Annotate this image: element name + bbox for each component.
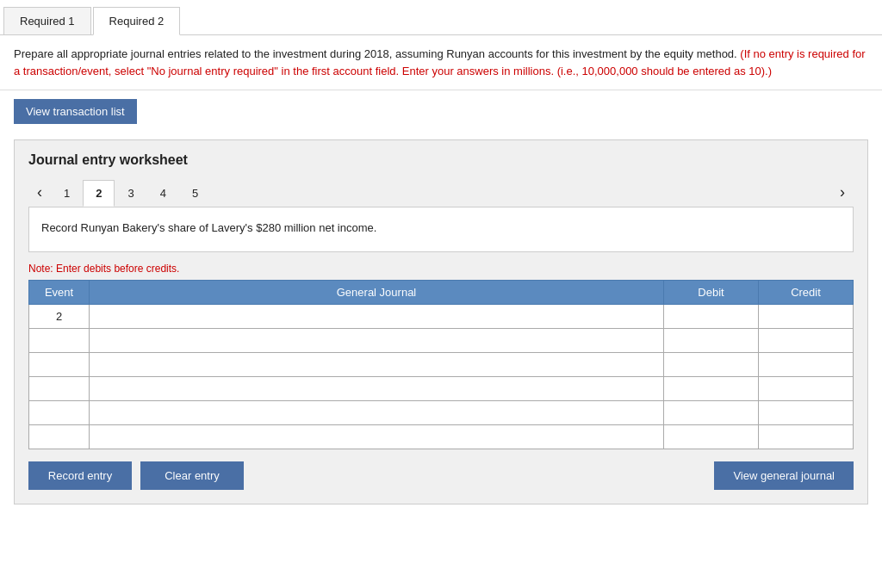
event-cell-4 <box>29 377 90 401</box>
view-transaction-button[interactable]: View transaction list <box>14 99 137 124</box>
event-cell-2 <box>29 329 90 353</box>
worksheet-container: Journal entry worksheet ‹ 1 2 3 4 5 › Re… <box>14 139 868 504</box>
tab-required2[interactable]: Required 2 <box>93 7 181 35</box>
journal-cell-5[interactable] <box>90 401 664 425</box>
event-cell-3 <box>29 353 90 377</box>
clear-entry-button[interactable]: Clear entry <box>140 461 244 490</box>
credit-cell-1[interactable] <box>759 305 854 329</box>
description-text: Record Runyan Bakery's share of Lavery's… <box>41 221 376 234</box>
journal-cell-2[interactable] <box>90 329 664 353</box>
journal-cell-3[interactable] <box>90 353 664 377</box>
table-row <box>29 353 854 377</box>
journal-input-3[interactable] <box>90 353 663 376</box>
entry-nav: ‹ 1 2 3 4 5 › <box>28 178 854 207</box>
credit-input-3[interactable] <box>759 353 853 376</box>
nav-item-3[interactable]: 3 <box>115 180 146 206</box>
table-row <box>29 401 854 425</box>
table-row <box>29 377 854 401</box>
instruction-main: Prepare all appropriate journal entries … <box>14 47 737 60</box>
debit-input-2[interactable] <box>664 329 758 352</box>
credit-cell-4[interactable] <box>759 377 854 401</box>
nav-prev-arrow[interactable]: ‹ <box>28 178 51 207</box>
note-text: Note: Enter debits before credits. <box>28 263 854 275</box>
table-row <box>29 425 854 449</box>
table-row: 2 <box>29 305 854 329</box>
nav-item-2[interactable]: 2 <box>83 180 115 207</box>
debit-input-1[interactable] <box>664 305 758 328</box>
journal-input-6[interactable] <box>90 425 663 449</box>
event-cell-5 <box>29 401 90 425</box>
worksheet-title: Journal entry worksheet <box>28 152 854 168</box>
debit-input-5[interactable] <box>664 401 758 424</box>
table-row <box>29 329 854 353</box>
col-header-debit: Debit <box>664 281 759 305</box>
debit-cell-3[interactable] <box>664 353 759 377</box>
journal-input-2[interactable] <box>90 329 663 352</box>
journal-cell-6[interactable] <box>90 425 664 449</box>
debit-cell-5[interactable] <box>664 401 759 425</box>
bottom-buttons: Record entry Clear entry View general jo… <box>28 461 854 490</box>
journal-input-1[interactable] <box>90 305 663 328</box>
description-box: Record Runyan Bakery's share of Lavery's… <box>28 207 854 252</box>
credit-input-6[interactable] <box>759 425 853 449</box>
journal-table: Event General Journal Debit Credit 2 <box>28 280 854 449</box>
col-header-event: Event <box>29 281 90 305</box>
debit-input-3[interactable] <box>664 353 758 376</box>
nav-item-5[interactable]: 5 <box>179 180 211 206</box>
credit-input-1[interactable] <box>759 305 853 328</box>
view-general-journal-button[interactable]: View general journal <box>714 461 854 490</box>
journal-input-5[interactable] <box>90 401 663 424</box>
debit-cell-1[interactable] <box>664 305 759 329</box>
journal-input-4[interactable] <box>90 377 663 400</box>
credit-input-2[interactable] <box>759 329 853 352</box>
nav-item-4[interactable]: 4 <box>147 180 179 206</box>
debit-cell-6[interactable] <box>664 425 759 449</box>
col-header-journal: General Journal <box>90 281 664 305</box>
journal-cell-4[interactable] <box>90 377 664 401</box>
credit-input-5[interactable] <box>759 401 853 424</box>
debit-cell-2[interactable] <box>664 329 759 353</box>
journal-cell-1[interactable] <box>90 305 664 329</box>
debit-cell-4[interactable] <box>664 377 759 401</box>
credit-input-4[interactable] <box>759 377 853 400</box>
credit-cell-5[interactable] <box>759 401 854 425</box>
credit-cell-3[interactable] <box>759 353 854 377</box>
credit-cell-6[interactable] <box>759 425 854 449</box>
credit-cell-2[interactable] <box>759 329 854 353</box>
event-cell-6 <box>29 425 90 449</box>
col-header-credit: Credit <box>759 281 854 305</box>
instruction-area: Prepare all appropriate journal entries … <box>0 35 882 90</box>
record-entry-button[interactable]: Record entry <box>28 461 132 490</box>
event-cell-1: 2 <box>29 305 90 329</box>
debit-input-6[interactable] <box>664 425 758 449</box>
nav-item-1[interactable]: 1 <box>51 180 83 206</box>
tab-bar: Required 1 Required 2 <box>0 0 882 35</box>
debit-input-4[interactable] <box>664 377 758 400</box>
nav-next-arrow[interactable]: › <box>831 178 854 207</box>
tab-required1[interactable]: Required 1 <box>3 7 91 34</box>
